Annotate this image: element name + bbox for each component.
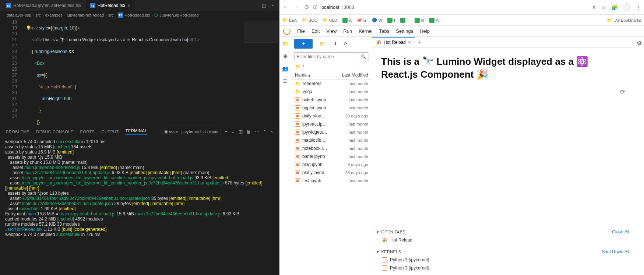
chevron-down-icon[interactable]: ⌄ [231,129,235,134]
bookmark-item[interactable]: 📁 CLD [323,18,337,22]
file-row[interactable]: notebook.i…last month [291,144,372,152]
notebook-icon [295,146,300,151]
breadcrumb[interactable]: datalayer-osp› src› examples› jupyterlab… [0,11,279,19]
open-tab-row[interactable]: 🎉 Hot Reload [377,236,629,244]
close-panel-icon[interactable]: × [271,129,273,134]
reload-icon[interactable]: ⟳ [305,4,309,11]
more-icon[interactable]: ⋯ [270,3,275,8]
file-row[interactable]: bokeh.ipynblast month [291,96,372,104]
shutdown-all-button[interactable]: Shut Down All [602,249,629,254]
main-area: 🎉 Hot Reload × + This is a 🔭 Lumino Widg… [372,37,634,275]
close-icon[interactable]: × [408,39,411,45]
menu-run[interactable]: Run [343,28,352,34]
bookmark-item[interactable]: A [429,18,439,23]
terminal-selector[interactable]: ▣ node - jupyterlab-hot-reload [162,129,221,134]
running-icon[interactable]: ◉ [283,53,288,59]
address-bar[interactable]: ⓘ localhost:3063 [313,4,588,10]
trash-icon[interactable]: 🗑 [246,129,251,134]
bookmark-item[interactable]: 📁 SOC [302,18,317,22]
col-name[interactable]: Name ▴ [295,73,342,78]
forward-icon[interactable]: → [293,4,299,11]
file-row[interactable]: 📁rendererslast month [291,80,372,88]
page-heading: This is a 🔭 Lumino Widget displayed as a… [381,55,625,81]
bookmark-item[interactable]: A [342,18,352,23]
file-row[interactable]: 📁vegalast month [291,88,372,96]
file-row[interactable]: bqplot.ipynblast month [291,104,372,112]
close-all-button[interactable]: Close All [612,229,629,235]
tab-ports[interactable]: PORTS [80,130,95,134]
terminal-output[interactable]: webpack 5.74.0 compiled successfully in … [0,137,279,275]
tab-terminal[interactable]: TERMINAL [126,128,147,135]
kernel-row[interactable]: Python 3 (ipykernel) [377,256,629,264]
menu-file[interactable]: File [297,28,305,34]
upload-icon[interactable]: ⬆ [334,41,337,46]
breadcrumb-root[interactable]: 📁 / [291,63,372,71]
bookmark-item[interactable]: 📁 LEA [282,18,297,22]
menu-settings[interactable]: Settings [396,28,413,34]
users-icon[interactable]: 👥 [282,66,288,71]
back-icon[interactable]: ← [282,4,288,11]
refresh-icon[interactable]: ⟳ [620,88,625,95]
notebook-icon [295,178,300,183]
doc-tab-hotreload[interactable]: 🎉 Hot Reload × [372,37,415,47]
close-icon[interactable]: × [127,3,130,8]
file-row[interactable]: ipywidgets…last month [291,128,372,136]
site-info-icon[interactable]: ⓘ [313,4,317,10]
bookmark-star-icon[interactable]: ☆ [601,4,606,10]
bookmark-item[interactable]: 🔵 W [372,18,382,22]
menu-kernel[interactable]: Kernel [359,28,373,34]
file-name: ipyreact.ip… [302,121,346,127]
file-name: matplotlib.… [302,138,346,143]
tab-debug-console[interactable]: DEBUG CONSOLE [36,130,73,134]
col-modified[interactable]: Last Modified [342,73,368,78]
code-editor[interactable]: 18💡19202122232425262728293031323334 <div… [0,19,279,126]
menu-help[interactable]: Help [420,28,430,34]
new-terminal-icon[interactable]: + [225,129,227,134]
split-editor-icon[interactable]: ◫ [262,3,266,8]
minimap[interactable] [244,21,278,43]
tab-problems[interactable]: PROBLEMS [6,130,29,134]
file-row[interactable]: daily-stoc…28 days ago [291,112,372,120]
file-browser-icon[interactable]: 📁 [282,40,288,46]
file-row[interactable]: plotly.ipynb28 days ago [291,169,372,177]
kernel-icon [382,265,387,271]
file-name: renderers [303,81,346,86]
share-icon[interactable]: ⇪ [592,4,596,10]
filter-input[interactable] [297,54,359,59]
caret-icon[interactable]: ▾ [377,250,379,254]
file-row[interactable]: ping.ipynb3 days ago [291,161,372,169]
file-row[interactable]: panel.ipynblast month [291,152,372,161]
bookmark-item[interactable]: R [415,18,424,23]
editor-tab-headless[interactable]: TSHotReloadJupyterLabHeadless.tsx [1,0,86,11]
editor-tab-hotreload[interactable]: TSHotReload.tsx× [86,0,135,11]
property-inspector-icon[interactable]: ⚙ [637,40,642,47]
menu-view[interactable]: View [326,28,337,34]
code-content[interactable]: <div style={{margin: 10}}> <h1>This is a… [22,19,279,126]
file-row[interactable]: test.ipynblast month [291,177,372,185]
refresh-icon[interactable]: ⟳ [344,41,348,46]
extensions-icon[interactable]: 🧩 [611,4,617,10]
menu-edit[interactable]: Edit [312,28,320,34]
toc-icon[interactable]: ☰ [283,78,288,84]
filter-box[interactable]: 🔍 [294,52,369,61]
file-row[interactable]: matplotlib.…last month [291,136,372,144]
tab-label: HotReloadJupyterLabHeadless.tsx [13,3,81,8]
more-icon[interactable]: ⋯ [255,129,259,134]
new-launcher-button[interactable]: + [294,39,313,49]
menu-icon[interactable]: ⋮ [636,4,641,10]
profile-avatar[interactable] [623,3,631,11]
file-row[interactable]: ipyreact.ip…last month [291,120,372,128]
new-folder-icon[interactable]: 📁⁺ [319,41,327,46]
bookmark-item[interactable]: I [387,18,395,23]
all-bookmarks[interactable]: All Bookmarks [607,18,641,23]
split-terminal-icon[interactable]: ◫ [239,129,243,134]
bookmark-item[interactable]: T [400,18,409,23]
bookmark-item[interactable]: 🐙 G [357,18,367,22]
menu-tabs[interactable]: Tabs [379,28,389,34]
caret-icon[interactable]: ▾ [377,230,379,235]
add-tab-button[interactable]: + [415,39,424,46]
chevron-up-icon[interactable]: ⌃ [263,129,267,134]
lightbulb-icon[interactable]: 💡 [26,25,31,31]
tab-output[interactable]: OUTPUT [101,130,119,134]
kernel-row[interactable]: Python 3 (ipykernel) [377,264,629,272]
